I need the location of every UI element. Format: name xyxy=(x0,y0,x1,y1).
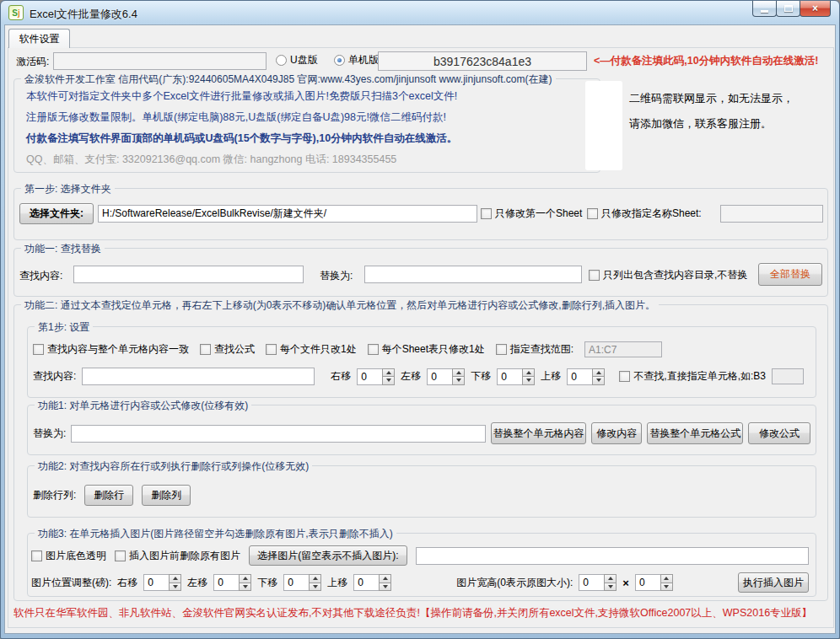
checkbox-box[interactable] xyxy=(619,371,630,382)
spinner-input[interactable] xyxy=(213,574,239,591)
checkbox-box[interactable] xyxy=(368,344,379,355)
delete-col-button[interactable]: 删除列 xyxy=(142,485,191,506)
spinner-buttons xyxy=(382,368,395,385)
checkbox-transparent-bg[interactable]: 图片底色透明 xyxy=(31,549,106,563)
checkbox-box[interactable] xyxy=(266,344,277,355)
checkbox-box[interactable] xyxy=(200,344,211,355)
spinner-up-icon[interactable] xyxy=(592,368,605,378)
cell-replace-input[interactable] xyxy=(71,425,485,443)
spinner-down-icon[interactable] xyxy=(382,377,395,385)
image-width-spinner[interactable] xyxy=(579,574,617,591)
spinner-input[interactable] xyxy=(427,368,452,385)
checkbox-find-formula[interactable]: 查找公式 xyxy=(200,342,255,357)
spinner-input[interactable] xyxy=(497,368,522,385)
spinner-up-icon[interactable] xyxy=(604,574,617,583)
checkbox-no-find-direct-cell[interactable]: 不查找,直接指定单元格,如:B3 xyxy=(619,369,766,384)
replace-cell-formula-button[interactable]: 替换整个单元格公式 xyxy=(647,422,743,444)
spinner-input[interactable] xyxy=(143,574,169,591)
move-up-spinner[interactable] xyxy=(567,368,605,385)
minimize-button[interactable] xyxy=(752,1,777,17)
image-height-spinner[interactable] xyxy=(635,574,673,591)
spinner-down-icon[interactable] xyxy=(169,583,181,592)
img-move-up-spinner[interactable] xyxy=(353,574,391,591)
img-move-left-spinner[interactable] xyxy=(213,574,251,591)
checkbox-match-whole-cell[interactable]: 查找内容与整个单元格内容一致 xyxy=(33,342,189,357)
radio-circle-icon[interactable] xyxy=(276,55,287,66)
app-icon[interactable]: Sj xyxy=(8,5,24,20)
spinner-down-icon[interactable] xyxy=(379,583,391,592)
insert-image-button[interactable]: 执行插入图片 xyxy=(738,572,809,593)
folder-path-input[interactable] xyxy=(98,205,477,223)
move-right-spinner[interactable] xyxy=(357,368,395,385)
spinner-down-icon[interactable] xyxy=(309,583,321,592)
checkbox-box[interactable] xyxy=(31,550,42,561)
choose-image-button[interactable]: 选择图片(留空表示不插入图片): xyxy=(249,545,407,566)
spinner-up-icon[interactable] xyxy=(660,574,673,583)
spinner-input[interactable] xyxy=(567,368,592,385)
spinner-up-icon[interactable] xyxy=(379,574,391,583)
spinner-input[interactable] xyxy=(283,574,309,591)
direct-cell-input[interactable] xyxy=(772,368,804,384)
checkbox-box[interactable] xyxy=(481,208,492,219)
spinner-down-icon[interactable] xyxy=(452,377,465,385)
spinner-down-icon[interactable] xyxy=(660,583,673,592)
move-down-spinner[interactable] xyxy=(497,368,535,385)
spinner-up-icon[interactable] xyxy=(382,368,395,378)
spinner-up-icon[interactable] xyxy=(452,368,465,378)
modify-formula-button[interactable]: 修改公式 xyxy=(748,422,810,444)
func1-groupbox: 功能一: 查找替换 查找内容: 替换为: 只列出包含查找内容目录,不替换 全部替… xyxy=(13,248,828,297)
close-button[interactable]: × xyxy=(800,1,831,17)
tab-software-settings[interactable]: 软件设置 xyxy=(8,29,70,48)
spinner-buttons xyxy=(239,574,251,591)
move-left-spinner[interactable] xyxy=(427,368,465,385)
activation-hint: <—付款备注填此码,10分钟内软件自动在线激活! xyxy=(594,54,818,68)
checkbox-box[interactable] xyxy=(587,208,598,219)
choose-folder-button[interactable]: 选择文件夹: xyxy=(19,203,94,224)
checkbox-list-only[interactable]: 只列出包含查找内容目录,不替换 xyxy=(589,268,747,282)
replace-all-button[interactable]: 全部替换 xyxy=(758,263,822,286)
activation-code-input[interactable] xyxy=(53,52,267,70)
checkbox-box[interactable] xyxy=(33,344,44,355)
func2-find-input[interactable] xyxy=(82,368,315,385)
titlebar[interactable]: Sj Excel文件批量修改6.4 × xyxy=(1,1,839,24)
checkbox-only-named-sheet[interactable]: 只修改指定名称Sheet: xyxy=(587,207,702,221)
radio-selected-icon[interactable] xyxy=(334,55,345,66)
usb-version-radio[interactable]: U盘版 xyxy=(276,53,318,67)
spinner-up-icon[interactable] xyxy=(239,574,251,583)
replace-with-input[interactable] xyxy=(364,266,582,283)
standalone-version-radio[interactable]: 单机版 xyxy=(334,53,379,67)
range-input[interactable] xyxy=(584,341,662,357)
checkbox-once-per-sheet[interactable]: 每个Sheet表只修改1处 xyxy=(368,342,485,357)
qr-image-placeholder xyxy=(585,81,622,170)
checkbox-specify-range[interactable]: 指定查找范围: xyxy=(496,342,573,357)
spinner-down-icon[interactable] xyxy=(592,377,605,385)
checkbox-label: 只列出包含查找内容目录,不替换 xyxy=(603,268,747,282)
spinner-up-icon[interactable] xyxy=(169,574,181,583)
checkbox-once-per-file[interactable]: 每个文件只改1处 xyxy=(266,342,357,357)
spinner-up-icon[interactable] xyxy=(309,574,321,583)
img-move-down-spinner[interactable] xyxy=(283,574,321,591)
modify-content-button[interactable]: 修改内容 xyxy=(591,422,642,444)
spinner-down-icon[interactable] xyxy=(522,377,535,385)
img-move-right-spinner[interactable] xyxy=(143,574,181,591)
img-move-right-label: 右移 xyxy=(117,576,137,590)
delete-row-button[interactable]: 删除行 xyxy=(84,485,133,506)
checkbox-delete-original[interactable]: 插入图片前删除原有图片 xyxy=(115,549,240,563)
machine-code-field[interactable] xyxy=(378,51,587,71)
find-content-input[interactable] xyxy=(73,266,304,283)
maximize-button[interactable] xyxy=(776,1,800,17)
spinner-up-icon[interactable] xyxy=(522,368,535,378)
checkbox-only-first-sheet[interactable]: 只修改第一个Sheet xyxy=(481,207,582,221)
checkbox-box[interactable] xyxy=(496,344,507,355)
spinner-input[interactable] xyxy=(353,574,379,591)
spinner-input[interactable] xyxy=(635,574,660,591)
spinner-input[interactable] xyxy=(579,574,604,591)
checkbox-box[interactable] xyxy=(115,550,126,561)
spinner-down-icon[interactable] xyxy=(604,583,617,592)
replace-cell-content-button[interactable]: 替换整个单元格内容 xyxy=(491,422,587,444)
named-sheet-input[interactable] xyxy=(720,205,823,223)
spinner-input[interactable] xyxy=(357,368,382,385)
checkbox-box[interactable] xyxy=(589,270,600,281)
spinner-down-icon[interactable] xyxy=(239,583,251,592)
image-path-input[interactable] xyxy=(416,547,809,565)
